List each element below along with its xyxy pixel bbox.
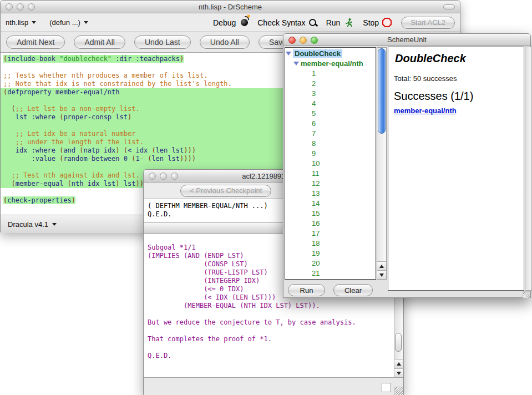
drscheme-toolbar: nth.lisp (defun ...) Debug Check Syntax …: [1, 13, 460, 32]
schemeunit-window: SchemeUnit DoubleCheck member-equal/nth …: [283, 33, 531, 298]
dracula-button-undo-all[interactable]: Undo All: [200, 36, 250, 49]
file-popup-label: nth.lisp: [6, 18, 28, 27]
tree-item-case-6[interactable]: 6: [285, 118, 376, 128]
tree-item-case-14[interactable]: 14: [285, 198, 376, 208]
run-button[interactable]: Run: [326, 18, 354, 28]
resize-grip[interactable]: [394, 387, 403, 395]
scroll-up-button[interactable]: [377, 261, 386, 270]
tree-item-case-18[interactable]: 18: [285, 238, 376, 248]
schemeunit-titlebar[interactable]: SchemeUnit: [283, 34, 530, 46]
stop-octagon-icon: [382, 18, 392, 27]
window-title: nth.lisp - DrScheme: [1, 3, 460, 11]
acl2-bottom-bar: [144, 377, 403, 395]
arrow-down-icon: [379, 274, 384, 277]
tree-root-label: DoubleCheck: [293, 49, 342, 58]
chevron-down-icon: [84, 21, 88, 24]
tree-item-case-8[interactable]: 8: [285, 138, 376, 148]
arrow-up-icon: [379, 265, 384, 268]
dracula-button-admit-all[interactable]: Admit All: [74, 36, 125, 49]
result-total: Total: 50 successes: [394, 74, 524, 83]
tree-item-case-12[interactable]: 12: [285, 178, 376, 188]
close-button[interactable]: [149, 173, 156, 180]
check-syntax-label: Check Syntax: [257, 18, 305, 27]
tree-item-case-3[interactable]: 3: [285, 88, 376, 98]
success-link[interactable]: member-equal/nth: [394, 107, 457, 115]
zoom-button[interactable]: [171, 173, 178, 180]
drscheme-titlebar[interactable]: nth.lisp - DrScheme: [1, 1, 460, 13]
tree-suite-label: member-equal/nth: [301, 59, 363, 68]
scrollbar-thumb[interactable]: [378, 48, 386, 134]
check-syntax-button[interactable]: Check Syntax: [257, 18, 316, 27]
stop-button[interactable]: Stop: [363, 18, 392, 27]
stop-label: Stop: [363, 18, 379, 27]
tree-item-case-11[interactable]: 11: [285, 168, 376, 178]
scroll-up-button[interactable]: [394, 359, 403, 368]
result-detail-panel: DoubleCheck Total: 50 successes Successe…: [388, 47, 524, 291]
tree-item-case-2[interactable]: 2: [285, 78, 376, 88]
test-tree-panel[interactable]: DoubleCheck member-equal/nth 12345678910…: [285, 47, 376, 280]
run-tests-button[interactable]: Run: [288, 284, 325, 296]
debug-label: Debug: [213, 18, 236, 27]
successes-heading: Successes (1/1): [394, 90, 524, 103]
scrollbar-thumb[interactable]: [395, 333, 402, 352]
detail-scrollbar[interactable]: [525, 47, 532, 291]
chevron-down-icon: [32, 21, 36, 24]
checkbox[interactable]: [382, 383, 391, 392]
close-button[interactable]: [6, 3, 13, 11]
tree-item-case-20[interactable]: 20: [285, 258, 376, 268]
tree-item-case-7[interactable]: 7: [285, 128, 376, 138]
desktop: nth.lisp - DrScheme nth.lisp (defun ...)…: [0, 0, 532, 395]
disclosure-triangle-icon[interactable]: [286, 52, 291, 55]
tree-item-case-15[interactable]: 15: [285, 208, 376, 218]
runner-icon: [343, 18, 353, 28]
scroll-down-button[interactable]: [394, 368, 403, 377]
scroll-down-button[interactable]: [377, 270, 386, 279]
test-case-list: 123456789101112131415161718192021: [285, 68, 376, 278]
window-title: SchemeUnit: [283, 36, 530, 44]
toolbar-toggle-button[interactable]: [443, 4, 455, 9]
bomb-icon: [241, 19, 248, 26]
tree-item-doublecheck[interactable]: DoubleCheck: [285, 48, 376, 58]
tree-item-case-4[interactable]: 4: [285, 98, 376, 108]
magnifier-icon: [309, 19, 317, 27]
tree-item-case-17[interactable]: 17: [285, 228, 376, 238]
tree-item-case-5[interactable]: 5: [285, 108, 376, 118]
minimize-button[interactable]: [300, 37, 307, 44]
dracula-button-undo-last[interactable]: Undo Last: [134, 36, 191, 49]
result-heading: DoubleCheck: [395, 52, 524, 65]
zoom-button[interactable]: [28, 3, 35, 11]
tree-item-case-13[interactable]: 13: [285, 188, 376, 198]
tree-item-case-21[interactable]: 21: [285, 268, 376, 278]
tree-item-case-9[interactable]: 9: [285, 148, 376, 158]
window-controls: [288, 37, 318, 44]
window-controls: [149, 173, 178, 180]
zoom-button[interactable]: [311, 37, 318, 44]
tree-item-case-1[interactable]: 1: [285, 68, 376, 78]
tree-item-member-equal-nth[interactable]: member-equal/nth: [285, 58, 376, 68]
minimize-button[interactable]: [17, 3, 24, 11]
run-label: Run: [326, 18, 341, 27]
arrow-down-icon: [397, 372, 401, 375]
clear-button[interactable]: Clear: [333, 284, 373, 296]
tree-scrollbar[interactable]: [377, 47, 387, 280]
debug-button[interactable]: Debug: [213, 18, 248, 27]
minimize-button[interactable]: [160, 173, 167, 180]
window-controls: [6, 3, 35, 11]
arrow-up-icon: [397, 362, 401, 366]
start-acl2-button[interactable]: Start ACL2: [401, 17, 455, 29]
resize-grip[interactable]: [523, 291, 530, 298]
previous-checkpoint-button[interactable]: < Previous Checkpoint: [180, 185, 271, 197]
defun-popup-label: (defun ...): [49, 18, 80, 27]
tree-item-case-16[interactable]: 16: [285, 218, 376, 228]
close-button[interactable]: [288, 37, 296, 44]
tree-item-case-10[interactable]: 10: [285, 158, 376, 168]
file-popup-menu[interactable]: nth.lisp: [6, 18, 36, 27]
defun-popup-menu[interactable]: (defun ...): [49, 18, 88, 27]
dracula-button-admit-next[interactable]: Admit Next: [6, 36, 65, 49]
dracula-version-label: Dracula v4.1: [8, 220, 48, 229]
disclosure-triangle-icon[interactable]: [293, 62, 299, 65]
tree-item-case-19[interactable]: 19: [285, 248, 376, 258]
chevron-down-icon[interactable]: [52, 223, 57, 226]
toolbar-actions: Debug Check Syntax Run Stop: [213, 17, 455, 29]
